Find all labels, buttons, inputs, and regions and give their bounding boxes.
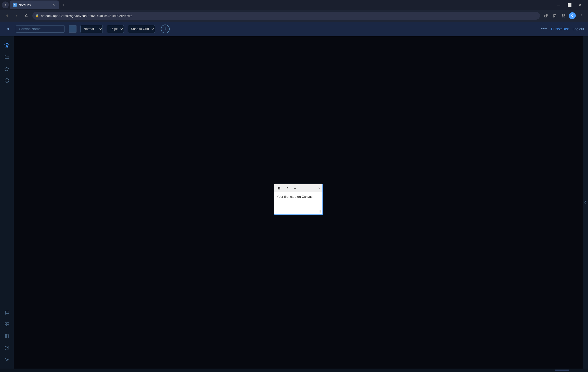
svg-rect-16 [5, 323, 7, 324]
tab-prev-btn[interactable] [2, 1, 9, 8]
card-toolbar: B I ≡ ∨ [274, 184, 322, 192]
svg-marker-1 [6, 14, 8, 17]
svg-marker-13 [7, 27, 9, 30]
close-window-btn[interactable]: ✕ [576, 1, 584, 9]
reload-btn[interactable] [23, 12, 30, 20]
view-mode-select[interactable]: Normal Compact Wide [80, 25, 103, 33]
svg-rect-8 [562, 16, 563, 17]
sidebar-item-settings[interactable] [2, 355, 12, 365]
url-text: notedex.app/CardsPage/047cda2f-ff6e-4f4b… [41, 14, 132, 18]
sidebar-item-favorites[interactable] [2, 64, 12, 74]
bottom-scrollbar[interactable] [0, 369, 588, 372]
sidebar-item-notes[interactable] [2, 331, 12, 341]
minimize-btn[interactable]: — [555, 1, 562, 9]
scrollbar-thumb[interactable] [555, 370, 569, 371]
svg-marker-14 [5, 67, 9, 71]
svg-rect-6 [562, 14, 563, 15]
profile-btn[interactable]: C [568, 12, 576, 20]
svg-point-22 [7, 349, 7, 349]
svg-point-10 [581, 14, 582, 15]
new-tab-button[interactable]: + [60, 1, 67, 8]
browser-toolbar: 🔒 notedex.app/CardsPage/047cda2f-ff6e-4f… [0, 10, 588, 22]
svg-marker-0 [5, 4, 6, 6]
active-tab[interactable]: N NoteDex ✕ [10, 0, 59, 9]
tab-favicon: N [13, 3, 17, 7]
sidebar-item-help[interactable] [2, 343, 12, 353]
add-card-button[interactable]: + [161, 25, 170, 33]
sidebar-item-folder[interactable] [2, 52, 12, 62]
bookmark-btn[interactable] [551, 12, 559, 20]
hi-notedex-text: Hi NoteDex [551, 27, 569, 31]
italic-btn[interactable]: I [284, 185, 290, 191]
sidebar-item-cards[interactable] [2, 319, 12, 329]
svg-point-23 [6, 359, 8, 360]
card-collapse-chevron[interactable]: ∨ [318, 186, 320, 190]
canvas-area[interactable]: B I ≡ ∨ Your first card on Canvas ⠿ [14, 36, 583, 369]
canvas-name-input[interactable] [16, 25, 65, 33]
tab-close-btn[interactable]: ✕ [51, 3, 56, 7]
extensions-btn[interactable] [560, 12, 567, 20]
profile-avatar: C [569, 12, 576, 19]
app-container: Normal Compact Wide 8 px 16 px 32 px Sna… [0, 22, 588, 372]
browser-chrome: N NoteDex ✕ + — ⬜ ✕ 🔒 notedex.app/C [0, 0, 588, 22]
grid-size-select[interactable]: 8 px 16 px 32 px [107, 25, 124, 33]
canvas-card[interactable]: B I ≡ ∨ Your first card on Canvas ⠿ [274, 184, 323, 215]
collapse-panel-btn[interactable] [584, 200, 587, 205]
svg-rect-17 [7, 323, 9, 324]
sidebar-item-layers[interactable] [2, 40, 12, 50]
address-bar[interactable]: 🔒 notedex.app/CardsPage/047cda2f-ff6e-4f… [32, 12, 540, 20]
svg-point-11 [581, 15, 582, 16]
lock-icon: 🔒 [35, 14, 39, 17]
tab-title: NoteDex [19, 3, 31, 7]
card-content[interactable]: Your first card on Canvas [274, 192, 322, 214]
right-panel [583, 36, 588, 369]
sidebar [0, 36, 14, 369]
card-container[interactable]: B I ≡ ∨ Your first card on Canvas ⠿ [274, 184, 323, 215]
svg-rect-7 [564, 14, 565, 15]
svg-rect-18 [5, 325, 7, 326]
browser-tabs: N NoteDex ✕ + — ⬜ ✕ [0, 0, 588, 10]
bold-btn[interactable]: B [276, 185, 282, 191]
svg-rect-9 [564, 16, 565, 17]
svg-rect-19 [7, 325, 9, 326]
more-options-btn[interactable]: ••• [541, 26, 547, 31]
toolbar-actions: C [542, 12, 585, 20]
back-nav-btn[interactable] [3, 12, 11, 20]
svg-marker-3 [26, 14, 27, 15]
maximize-btn[interactable]: ⬜ [565, 1, 573, 9]
menu-btn[interactable] [577, 12, 585, 20]
app-header: Normal Compact Wide 8 px 16 px 32 px Sna… [0, 22, 588, 36]
external-link-btn[interactable] [542, 12, 550, 20]
svg-marker-2 [16, 14, 17, 17]
card-resize-handle[interactable]: ⠿ [319, 210, 321, 213]
svg-point-12 [581, 17, 582, 17]
sidebar-item-chat[interactable] [2, 308, 12, 318]
forward-nav-btn[interactable] [13, 12, 21, 20]
list-btn[interactable]: ≡ [292, 185, 298, 191]
color-picker-btn[interactable] [69, 25, 77, 33]
snap-select[interactable]: Snap to Grid Free Move [128, 25, 155, 33]
logout-button[interactable]: Log out [573, 27, 584, 31]
main-content: B I ≡ ∨ Your first card on Canvas ⠿ [0, 36, 588, 369]
back-button[interactable] [4, 25, 12, 33]
sidebar-item-recent[interactable] [2, 76, 12, 85]
card-text: Your first card on Canvas [277, 195, 312, 199]
header-right: ••• Hi NoteDex Log out [541, 26, 584, 31]
